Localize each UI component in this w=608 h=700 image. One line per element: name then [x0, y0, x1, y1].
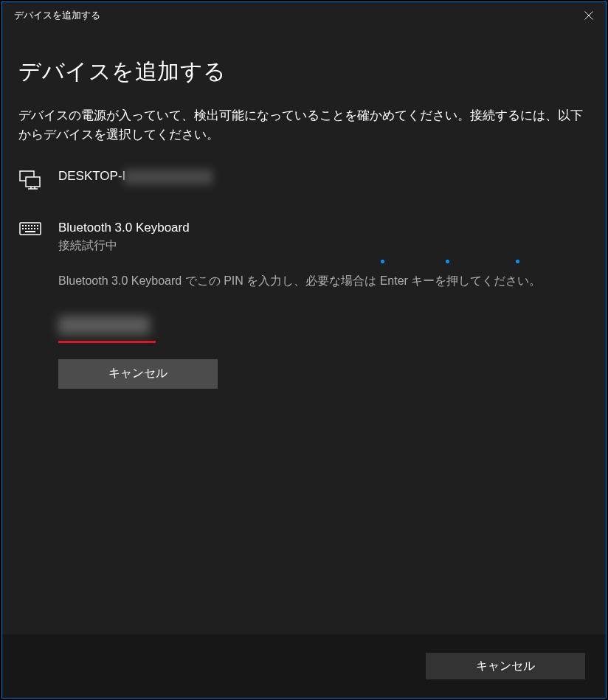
device-status: 接続試行中: [58, 238, 590, 254]
pin-instruction: Bluetooth 3.0 Keyboard でこの PIN を入力し、必要な場…: [58, 271, 590, 291]
add-device-dialog: デバイスを追加する デバイスを追加する デバイスの電源が入っていて、検出可能にな…: [1, 1, 607, 699]
close-icon: [584, 11, 593, 20]
svg-rect-17: [31, 228, 32, 229]
progress-dots: [58, 260, 590, 264]
svg-rect-20: [25, 231, 35, 232]
device-name: Bluetooth 3.0 Keyboard: [58, 221, 590, 235]
svg-rect-18: [34, 228, 35, 229]
svg-rect-19: [37, 228, 38, 229]
dialog-heading: デバイスを追加する: [18, 57, 590, 87]
device-details: Bluetooth 3.0 Keyboard 接続試行中 Bluetooth 3…: [58, 221, 590, 389]
progress-dot: [516, 260, 519, 263]
svg-rect-8: [22, 225, 24, 226]
dialog-description: デバイスの電源が入っていて、検出可能になっていることを確かめてください。接続する…: [18, 106, 590, 144]
device-cancel-button[interactable]: キャンセル: [58, 359, 218, 389]
device-item-desktop[interactable]: DESKTOP-I: [18, 169, 590, 190]
pin-underline: [58, 341, 156, 343]
svg-rect-10: [28, 225, 30, 226]
titlebar-title: デバイスを追加する: [14, 9, 100, 22]
close-button[interactable]: [572, 2, 606, 29]
redacted-text: [124, 170, 213, 184]
device-name-prefix: DESKTOP-I: [58, 169, 125, 183]
svg-rect-12: [34, 225, 35, 226]
titlebar: デバイスを追加する: [2, 2, 606, 29]
cancel-button[interactable]: キャンセル: [426, 653, 585, 679]
dialog-content: デバイスを追加する デバイスの電源が入っていて、検出可能になっていることを確かめ…: [2, 29, 606, 634]
svg-rect-16: [28, 228, 30, 229]
dialog-footer: キャンセル: [2, 634, 606, 698]
device-details: DESKTOP-I: [58, 169, 590, 184]
progress-dot: [446, 260, 449, 263]
svg-rect-15: [25, 228, 27, 229]
svg-rect-3: [26, 177, 40, 187]
svg-rect-11: [31, 225, 32, 226]
pin-display: [58, 316, 590, 343]
keyboard-icon: [18, 222, 42, 235]
svg-rect-13: [37, 225, 38, 226]
progress-dot: [381, 260, 384, 263]
svg-rect-9: [25, 225, 27, 226]
device-item-keyboard[interactable]: Bluetooth 3.0 Keyboard 接続試行中 Bluetooth 3…: [18, 221, 590, 389]
redacted-pin: [58, 316, 150, 335]
svg-rect-14: [22, 228, 24, 229]
desktop-icon: [18, 170, 42, 190]
device-name: DESKTOP-I: [58, 169, 590, 184]
